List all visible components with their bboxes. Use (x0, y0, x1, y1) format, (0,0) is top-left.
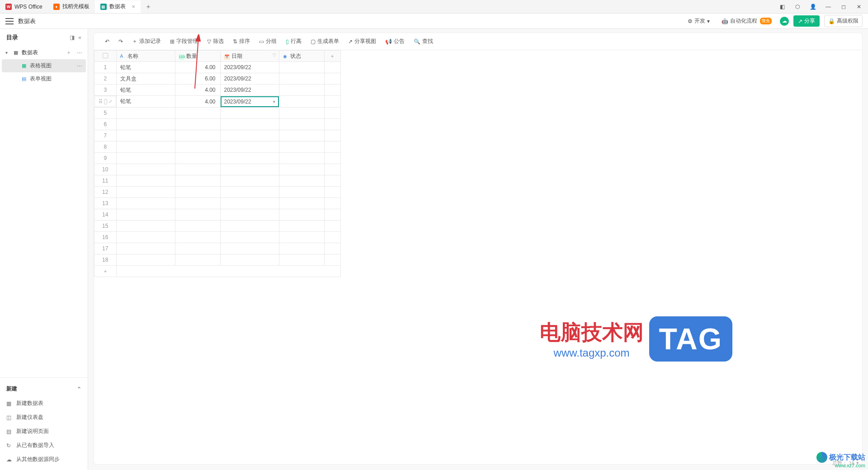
table-row-empty[interactable]: 16 (94, 232, 341, 243)
row-number[interactable]: 10 (94, 164, 117, 175)
sidebar-item-form-view[interactable]: ▤ 表单视图 (2, 72, 86, 85)
table-row-empty[interactable]: 8 (94, 141, 341, 153)
cell-status[interactable] (279, 62, 324, 73)
tab-wps-office[interactable]: W WPS Office (0, 0, 48, 13)
row-number[interactable]: 15 (94, 221, 117, 232)
row-number[interactable]: 3 (94, 85, 117, 96)
automation-button[interactable]: 🤖 自动化流程 限免 (718, 15, 775, 27)
new-datasheet-button[interactable]: ▦新建数据表 (0, 396, 88, 410)
cell-qty[interactable]: 4.00 (175, 62, 220, 73)
add-row-button[interactable]: ＋ (94, 266, 341, 277)
row-number[interactable]: 9 (94, 153, 117, 164)
redo-button[interactable]: ↷ (115, 37, 127, 47)
add-record-button[interactable]: ＋添加记录 (128, 36, 165, 47)
cell-qty[interactable]: 4.00 (175, 96, 220, 108)
table-row-empty[interactable]: 9 (94, 153, 341, 164)
table-row-empty[interactable]: 13 (94, 198, 341, 209)
more-icon[interactable]: ⋯ (77, 63, 82, 69)
cell-name[interactable]: 铅笔 (116, 62, 175, 73)
close-icon[interactable]: × (132, 4, 135, 10)
filter-icon[interactable]: ▽ (273, 52, 276, 57)
select-all-header[interactable] (94, 51, 117, 62)
hamburger-icon[interactable] (5, 18, 14, 24)
layout-icon[interactable]: ◧ (778, 2, 787, 11)
cell-name[interactable]: 铅笔 (116, 85, 175, 96)
row-number[interactable]: 16 (94, 232, 117, 243)
field-mgmt-button[interactable]: ⊞字段管理 (166, 36, 202, 47)
table-row[interactable]: 3 铅笔 4.00 2023/09/22 (94, 85, 341, 96)
add-column-button[interactable]: ＋ (324, 51, 340, 62)
row-number[interactable]: 14 (94, 209, 117, 221)
sync-data-button[interactable]: ☁从其他数据源同步 (0, 452, 88, 466)
import-data-button[interactable]: ↻从已有数据导入 (0, 438, 88, 452)
row-number[interactable]: 6 (94, 119, 117, 130)
sidebar-item-table-view[interactable]: ▦ 表格视图 ⋯ (2, 59, 86, 72)
row-number[interactable]: 13 (94, 198, 117, 209)
column-name[interactable]: A名称 (116, 51, 175, 62)
tree-root-datasheet[interactable]: ▾ ▦ 数据表 ＋ ⋯ (2, 46, 86, 59)
cell-name[interactable]: 文具盒 (116, 73, 175, 85)
row-handle[interactable]: ⠿⤢ (94, 96, 116, 107)
cell-date[interactable]: 2023/09/22 (220, 73, 279, 85)
table-row[interactable]: 2 文具盒 6.00 2023/09/22 (94, 73, 341, 85)
cell-qty[interactable]: 6.00 (175, 73, 220, 85)
row-number[interactable]: 1 (94, 62, 117, 73)
table-row-empty[interactable]: 6 (94, 119, 341, 130)
more-icon[interactable]: ⋯ (77, 50, 82, 56)
cell-status[interactable] (279, 85, 324, 96)
minimize-icon[interactable]: — (824, 2, 833, 11)
undo-button[interactable]: ↶ (101, 37, 113, 47)
cloud-sync-icon[interactable]: ☁ (780, 17, 789, 26)
close-window-icon[interactable]: ✕ (854, 2, 863, 11)
maximize-icon[interactable]: ◻ (839, 2, 848, 11)
tab-template[interactable]: ♦ 找稻壳模板 (48, 0, 95, 13)
table-row[interactable]: 1 铅笔 4.00 2023/09/22 (94, 62, 341, 73)
row-number[interactable]: 8 (94, 141, 117, 153)
table-row-empty[interactable]: 12 (94, 187, 341, 198)
checkbox[interactable] (103, 53, 108, 58)
row-number[interactable]: 12 (94, 187, 117, 198)
cube-icon[interactable]: ⬡ (793, 2, 802, 11)
row-number[interactable]: 2 (94, 73, 117, 85)
table-row-empty[interactable]: 11 (94, 175, 341, 187)
dropdown-icon[interactable]: ▾ (273, 99, 275, 104)
share-button[interactable]: ↗ 分享 (793, 15, 820, 27)
chevron-down-icon[interactable]: ▾ (856, 460, 859, 466)
collapse-icon[interactable]: « (78, 34, 81, 41)
new-section-header[interactable]: 新建 ⌃ (0, 381, 88, 396)
cell-status[interactable] (279, 73, 324, 85)
table-row-empty[interactable]: 7 (94, 130, 341, 141)
checkbox[interactable] (104, 99, 107, 104)
column-qty[interactable]: 123数量 (175, 51, 220, 62)
tab-datasheet[interactable]: ▦ 数据表 × (95, 0, 141, 13)
search-button[interactable]: 🔍查找 (410, 36, 437, 47)
column-date[interactable]: 📅日期▽ (220, 51, 279, 62)
table-row-empty[interactable]: 15 (94, 221, 341, 232)
cell-date[interactable]: 2023/09/22 (220, 85, 279, 96)
filter-button[interactable]: ▽筛选 (203, 36, 227, 47)
dev-button[interactable]: ⚙ 开发 ▾ (684, 15, 713, 27)
cell-qty[interactable]: 4.00 (175, 85, 220, 96)
cell-date[interactable]: 2023/09/22 (220, 62, 279, 73)
gen-form-button[interactable]: ▢生成表单 (307, 36, 343, 47)
table-row-empty[interactable]: 18 (94, 254, 341, 266)
cell-status[interactable] (279, 96, 324, 108)
cell-date-active[interactable]: 2023/09/22▾ (220, 96, 279, 108)
expand-icon[interactable]: ⤢ (108, 99, 112, 104)
column-status[interactable]: ◉状态 (279, 51, 324, 62)
announce-button[interactable]: 📢公告 (382, 36, 408, 47)
cell-name[interactable]: 铅笔 (116, 96, 175, 108)
table-row-empty[interactable]: 5 (94, 108, 341, 119)
row-number[interactable]: 17 (94, 243, 117, 254)
drag-icon[interactable]: ⠿ (99, 99, 103, 105)
row-number[interactable]: 5 (94, 108, 117, 119)
dock-icon[interactable]: ◨ (70, 34, 75, 41)
sort-button[interactable]: ⇅排序 (229, 36, 254, 47)
user-icon[interactable]: 👤 (808, 2, 817, 11)
permission-button[interactable]: 🔒 高级权限 (824, 15, 863, 27)
row-number[interactable]: 7 (94, 130, 117, 141)
group-button[interactable]: ▭分组 (255, 36, 280, 47)
new-dashboard-button[interactable]: ◫新建仪表盘 (0, 410, 88, 424)
share-view-button[interactable]: ↗分享视图 (344, 36, 380, 47)
row-number[interactable]: 11 (94, 175, 117, 187)
